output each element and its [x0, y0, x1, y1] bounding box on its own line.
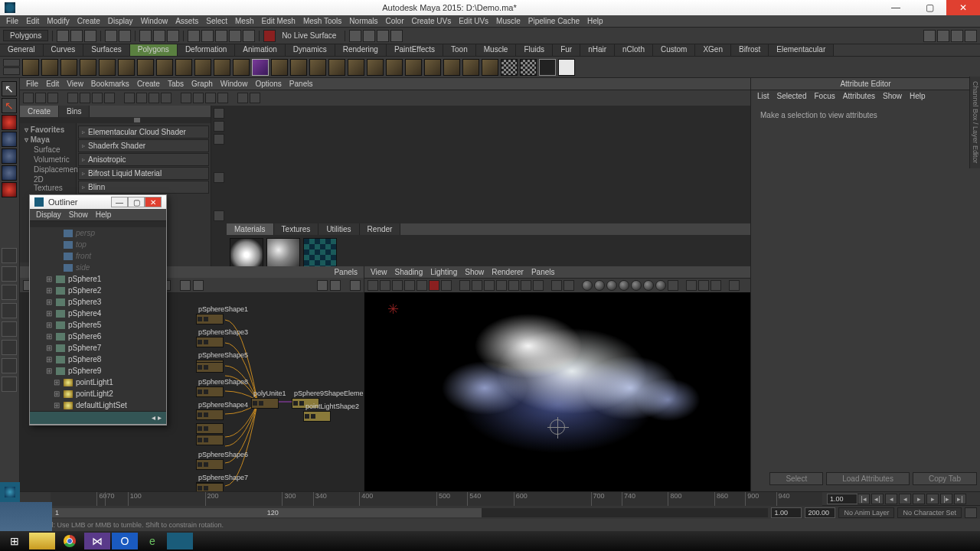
hs-btn-icon[interactable]	[92, 93, 103, 103]
char-set-dropdown[interactable]: No Character Set	[897, 507, 962, 518]
next-frame-icon[interactable]: ▸	[926, 494, 939, 504]
save-scene-icon[interactable]	[84, 30, 96, 42]
shelf-mirror-icon[interactable]	[443, 59, 460, 76]
outliner-menu-item[interactable]: Help	[96, 210, 112, 219]
menu-item[interactable]: Edit UVs	[459, 17, 488, 25]
shelf-plane-icon[interactable]	[99, 59, 116, 76]
menu-item[interactable]: Help	[587, 17, 603, 25]
shelf-combine-icon[interactable]	[271, 59, 288, 76]
graph-node[interactable]: pSphereShape1	[196, 305, 250, 324]
open-scene-icon[interactable]	[70, 30, 83, 42]
outliner-max-button[interactable]: ▢	[128, 197, 145, 207]
shelf-tab[interactable]: Curves	[44, 44, 84, 56]
outliner-item[interactable]: side	[30, 262, 166, 273]
vp-btn-icon[interactable]	[416, 280, 427, 291]
hs-menu-item[interactable]: Graph	[191, 80, 213, 88]
layout-icon[interactable]	[2, 340, 17, 355]
shelf-merge-icon[interactable]	[482, 59, 498, 76]
lasso-icon[interactable]	[153, 30, 165, 42]
hs-menu-item[interactable]: Tabs	[168, 80, 184, 88]
outliner-item[interactable]: ⊞pSphere2	[30, 285, 166, 296]
menu-item[interactable]: Color	[386, 17, 404, 25]
minimize-button[interactable]: —	[879, 0, 913, 15]
panels-menu[interactable]: Panels	[334, 268, 358, 276]
vs-icon[interactable]: ⋈	[84, 533, 110, 549]
menu-item[interactable]: Edit Mesh	[261, 17, 295, 25]
shelf-reduce-icon[interactable]	[367, 59, 384, 76]
manip-tool-icon[interactable]	[2, 182, 17, 197]
browser-item[interactable]: Blinn	[78, 181, 209, 194]
menu-item[interactable]: Modify	[47, 17, 69, 25]
shelf-tab[interactable]: Muscle	[476, 44, 517, 56]
shelf-uv2-icon[interactable]	[520, 59, 537, 76]
outliner-close-button[interactable]: ✕	[145, 197, 162, 207]
menu-item[interactable]: Mesh	[235, 17, 253, 25]
vp-menu-item[interactable]: Panels	[531, 268, 555, 276]
shelf-separate-icon[interactable]	[290, 59, 307, 76]
vp-menu-item[interactable]: View	[371, 268, 387, 276]
shelf-texture-icon[interactable]	[539, 59, 556, 76]
hs-side-icon[interactable]	[214, 108, 224, 119]
select-icon[interactable]	[139, 30, 152, 42]
play-rev-icon[interactable]: ◂	[899, 494, 911, 504]
redo-icon[interactable]	[119, 30, 131, 42]
current-frame[interactable]: 1.00	[827, 494, 858, 504]
shelf-tab[interactable]: nCloth	[615, 44, 653, 56]
hs-side-icon[interactable]	[214, 210, 224, 221]
shelf-tab[interactable]: Animation	[235, 44, 285, 56]
graph-node[interactable]: pSphereShape3	[196, 328, 250, 347]
graph-node[interactable]	[196, 435, 224, 445]
shelf-cylinder-icon[interactable]	[60, 59, 77, 76]
hs-btn-icon[interactable]	[67, 93, 78, 103]
shelf-bridge-icon[interactable]	[405, 59, 422, 76]
vp-menu-item[interactable]: Renderer	[492, 268, 524, 276]
vp-menu-item[interactable]: Lighting	[430, 268, 457, 276]
live-icon[interactable]	[263, 30, 276, 42]
shelf-tab[interactable]: Fur	[553, 44, 580, 56]
shelf-pipe-icon[interactable]	[175, 59, 192, 76]
input-icon[interactable]	[363, 30, 375, 42]
lasso-tool-icon[interactable]: ↖	[2, 98, 17, 113]
vp-btn-icon[interactable]	[551, 280, 562, 291]
menu-item[interactable]: Edit	[26, 17, 39, 25]
hs-btn-icon[interactable]	[250, 93, 260, 103]
shelf-sculpt-icon[interactable]	[462, 59, 479, 76]
vp-btn-icon[interactable]	[521, 280, 531, 291]
start-button[interactable]: ⊞	[2, 533, 28, 549]
vp-btn-icon[interactable]	[472, 280, 482, 291]
graph-node[interactable]: pSphereShape8	[196, 377, 250, 397]
graph-node[interactable]: polyUnite1	[251, 389, 289, 409]
outliner-item[interactable]: ⊞pSphere4	[30, 308, 166, 319]
vp-shade-icon[interactable]	[606, 280, 617, 291]
outliner-min-button[interactable]: —	[111, 197, 128, 207]
node-btn-icon[interactable]	[193, 280, 204, 291]
go-start-icon[interactable]: |◂	[858, 494, 870, 504]
menu-item[interactable]: Assets	[175, 17, 198, 25]
outliner-item[interactable]: top	[30, 239, 166, 250]
close-button[interactable]: ✕	[946, 0, 980, 15]
attr-button[interactable]: Load Attributes	[826, 472, 910, 485]
hs-tab[interactable]: Utilities	[318, 223, 359, 235]
tab-bins[interactable]: Bins	[59, 106, 90, 117]
hs-btn-icon[interactable]	[35, 93, 46, 103]
vp-shade-icon[interactable]	[582, 280, 593, 291]
hs-btn-icon[interactable]	[47, 93, 58, 103]
two-pane-h-icon[interactable]	[2, 285, 17, 300]
range-end[interactable]: 200.00	[805, 507, 835, 518]
range-start[interactable]: 1.00	[771, 507, 802, 518]
paint-select-icon[interactable]	[167, 30, 179, 42]
vp-shade-icon[interactable]	[655, 280, 666, 291]
menu-item[interactable]: Pipeline Cache	[528, 17, 580, 25]
channel-box-tab[interactable]: Channel Box / Layer Editor	[969, 77, 980, 168]
mode-dropdown[interactable]: Polygons	[3, 30, 48, 41]
outliner-item[interactable]: persp	[30, 227, 166, 239]
attr-button[interactable]: Copy Tab	[913, 472, 977, 485]
snap-plane-icon[interactable]	[229, 30, 241, 42]
hs-btn-icon[interactable]	[23, 93, 34, 103]
browser-category[interactable]: ▿ Favorites	[21, 125, 74, 135]
vp-shade-icon[interactable]	[619, 280, 629, 291]
vp-btn-icon[interactable]	[441, 280, 452, 291]
shelf-smooth-icon[interactable]	[328, 59, 345, 76]
sidebar-toggle-icon[interactable]	[923, 30, 936, 42]
vp-btn-icon[interactable]	[484, 280, 495, 291]
